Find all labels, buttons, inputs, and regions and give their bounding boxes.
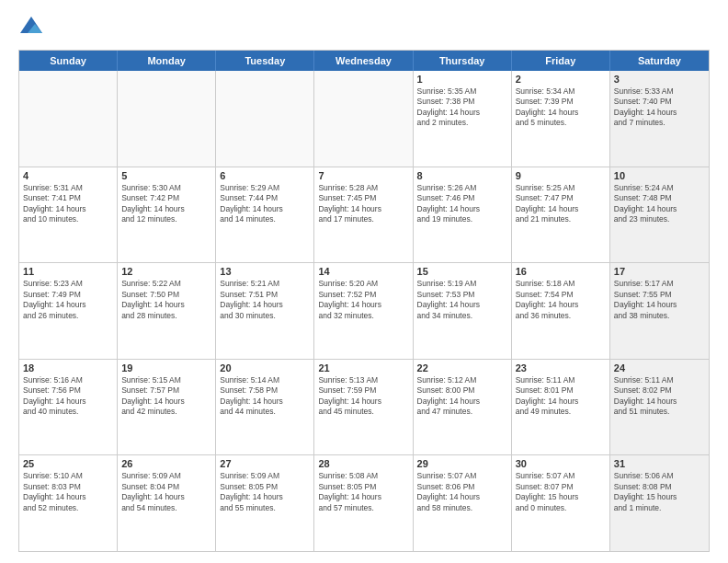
cal-row-1: 4Sunrise: 5:31 AM Sunset: 7:41 PM Daylig…: [19, 167, 709, 264]
day-number: 6: [220, 170, 310, 181]
day-info: Sunrise: 5:16 AM Sunset: 7:56 PM Dayligh…: [23, 375, 113, 418]
cal-row-4: 25Sunrise: 5:10 AM Sunset: 8:03 PM Dayli…: [19, 455, 709, 551]
day-info: Sunrise: 5:31 AM Sunset: 7:41 PM Dayligh…: [23, 183, 113, 225]
day-header-thursday: Thursday: [414, 51, 512, 71]
cal-cell: 15Sunrise: 5:19 AM Sunset: 7:53 PM Dayli…: [414, 263, 512, 359]
cal-cell: 18Sunrise: 5:16 AM Sunset: 7:56 PM Dayli…: [19, 360, 118, 455]
day-number: 29: [417, 458, 507, 469]
cal-cell: 31Sunrise: 5:06 AM Sunset: 8:08 PM Dayli…: [610, 455, 709, 551]
day-header-wednesday: Wednesday: [314, 51, 413, 71]
day-number: 31: [614, 458, 705, 469]
cal-cell: 14Sunrise: 5:20 AM Sunset: 7:52 PM Dayli…: [314, 263, 413, 359]
day-number: 28: [318, 458, 408, 469]
calendar: SundayMondayTuesdayWednesdayThursdayFrid…: [18, 50, 710, 552]
day-header-sunday: Sunday: [19, 51, 118, 71]
day-info: Sunrise: 5:19 AM Sunset: 7:53 PM Dayligh…: [417, 279, 507, 321]
cal-cell: 13Sunrise: 5:21 AM Sunset: 7:51 PM Dayli…: [216, 263, 314, 359]
cal-cell: 1Sunrise: 5:35 AM Sunset: 7:38 PM Daylig…: [414, 71, 512, 167]
cal-cell: 8Sunrise: 5:26 AM Sunset: 7:46 PM Daylig…: [414, 167, 512, 263]
cal-cell: [216, 71, 314, 167]
day-number: 15: [417, 266, 507, 277]
day-number: 23: [516, 362, 606, 373]
day-header-tuesday: Tuesday: [216, 51, 314, 71]
day-info: Sunrise: 5:07 AM Sunset: 8:07 PM Dayligh…: [516, 471, 606, 513]
day-number: 4: [23, 170, 113, 181]
cal-cell: 9Sunrise: 5:25 AM Sunset: 7:47 PM Daylig…: [512, 167, 610, 263]
cal-cell: 6Sunrise: 5:29 AM Sunset: 7:44 PM Daylig…: [216, 167, 314, 263]
day-info: Sunrise: 5:12 AM Sunset: 8:00 PM Dayligh…: [417, 375, 507, 418]
day-number: 13: [220, 266, 310, 277]
day-number: 14: [318, 266, 408, 277]
page: SundayMondayTuesdayWednesdayThursdayFrid…: [0, 0, 728, 563]
day-info: Sunrise: 5:29 AM Sunset: 7:44 PM Dayligh…: [220, 183, 310, 225]
day-info: Sunrise: 5:14 AM Sunset: 7:58 PM Dayligh…: [220, 375, 310, 418]
day-info: Sunrise: 5:17 AM Sunset: 7:55 PM Dayligh…: [614, 279, 705, 321]
cal-cell: 5Sunrise: 5:30 AM Sunset: 7:42 PM Daylig…: [118, 167, 216, 263]
cal-cell: 17Sunrise: 5:17 AM Sunset: 7:55 PM Dayli…: [610, 263, 709, 359]
logo-icon: [18, 15, 44, 40]
day-number: 10: [614, 170, 705, 181]
cal-cell: 3Sunrise: 5:33 AM Sunset: 7:40 PM Daylig…: [610, 71, 709, 167]
cal-cell: [19, 71, 118, 167]
day-header-monday: Monday: [118, 51, 216, 71]
cal-cell: 26Sunrise: 5:09 AM Sunset: 8:04 PM Dayli…: [118, 455, 216, 551]
day-number: 21: [318, 362, 408, 373]
day-number: 25: [23, 458, 113, 469]
day-header-saturday: Saturday: [610, 51, 709, 71]
day-info: Sunrise: 5:26 AM Sunset: 7:46 PM Dayligh…: [417, 183, 507, 225]
day-number: 30: [516, 458, 606, 469]
day-info: Sunrise: 5:08 AM Sunset: 8:05 PM Dayligh…: [318, 471, 408, 513]
cal-cell: 27Sunrise: 5:09 AM Sunset: 8:05 PM Dayli…: [216, 455, 314, 551]
cal-cell: 7Sunrise: 5:28 AM Sunset: 7:45 PM Daylig…: [314, 167, 413, 263]
day-number: 9: [516, 170, 606, 181]
day-number: 2: [516, 74, 606, 85]
cal-row-2: 11Sunrise: 5:23 AM Sunset: 7:49 PM Dayli…: [19, 263, 709, 360]
cal-cell: 4Sunrise: 5:31 AM Sunset: 7:41 PM Daylig…: [19, 167, 118, 263]
day-info: Sunrise: 5:15 AM Sunset: 7:57 PM Dayligh…: [121, 375, 211, 418]
cal-cell: 2Sunrise: 5:34 AM Sunset: 7:39 PM Daylig…: [512, 71, 610, 167]
day-number: 11: [23, 266, 113, 277]
day-info: Sunrise: 5:13 AM Sunset: 7:59 PM Dayligh…: [318, 375, 408, 418]
day-number: 17: [614, 266, 705, 277]
cal-cell: 28Sunrise: 5:08 AM Sunset: 8:05 PM Dayli…: [314, 455, 413, 551]
day-info: Sunrise: 5:22 AM Sunset: 7:50 PM Dayligh…: [121, 279, 211, 321]
day-info: Sunrise: 5:34 AM Sunset: 7:39 PM Dayligh…: [516, 86, 606, 129]
day-info: Sunrise: 5:35 AM Sunset: 7:38 PM Dayligh…: [417, 86, 507, 129]
cal-cell: 12Sunrise: 5:22 AM Sunset: 7:50 PM Dayli…: [118, 263, 216, 359]
day-info: Sunrise: 5:11 AM Sunset: 8:02 PM Dayligh…: [614, 375, 705, 418]
day-number: 26: [121, 458, 211, 469]
day-info: Sunrise: 5:07 AM Sunset: 8:06 PM Dayligh…: [417, 471, 507, 513]
cal-cell: 20Sunrise: 5:14 AM Sunset: 7:58 PM Dayli…: [216, 360, 314, 455]
day-info: Sunrise: 5:10 AM Sunset: 8:03 PM Dayligh…: [23, 471, 113, 513]
cal-cell: 25Sunrise: 5:10 AM Sunset: 8:03 PM Dayli…: [19, 455, 118, 551]
calendar-header: SundayMondayTuesdayWednesdayThursdayFrid…: [19, 51, 709, 71]
day-number: 19: [121, 362, 211, 373]
day-info: Sunrise: 5:28 AM Sunset: 7:45 PM Dayligh…: [318, 183, 408, 225]
logo: [18, 15, 48, 40]
day-number: 16: [516, 266, 606, 277]
day-info: Sunrise: 5:21 AM Sunset: 7:51 PM Dayligh…: [220, 279, 310, 321]
header: [18, 15, 710, 40]
cal-cell: 24Sunrise: 5:11 AM Sunset: 8:02 PM Dayli…: [610, 360, 709, 455]
day-info: Sunrise: 5:06 AM Sunset: 8:08 PM Dayligh…: [614, 471, 705, 513]
day-number: 27: [220, 458, 310, 469]
day-number: 3: [614, 74, 705, 85]
cal-cell: [118, 71, 216, 167]
day-info: Sunrise: 5:09 AM Sunset: 8:05 PM Dayligh…: [220, 471, 310, 513]
cal-cell: 23Sunrise: 5:11 AM Sunset: 8:01 PM Dayli…: [512, 360, 610, 455]
day-info: Sunrise: 5:11 AM Sunset: 8:01 PM Dayligh…: [516, 375, 606, 418]
cal-cell: 11Sunrise: 5:23 AM Sunset: 7:49 PM Dayli…: [19, 263, 118, 359]
day-header-friday: Friday: [512, 51, 610, 71]
cal-cell: 16Sunrise: 5:18 AM Sunset: 7:54 PM Dayli…: [512, 263, 610, 359]
day-info: Sunrise: 5:18 AM Sunset: 7:54 PM Dayligh…: [516, 279, 606, 321]
day-number: 1: [417, 74, 507, 85]
day-info: Sunrise: 5:20 AM Sunset: 7:52 PM Dayligh…: [318, 279, 408, 321]
calendar-body: 1Sunrise: 5:35 AM Sunset: 7:38 PM Daylig…: [19, 71, 709, 551]
day-info: Sunrise: 5:09 AM Sunset: 8:04 PM Dayligh…: [121, 471, 211, 513]
cal-cell: [314, 71, 413, 167]
day-info: Sunrise: 5:25 AM Sunset: 7:47 PM Dayligh…: [516, 183, 606, 225]
day-number: 7: [318, 170, 408, 181]
cal-cell: 22Sunrise: 5:12 AM Sunset: 8:00 PM Dayli…: [414, 360, 512, 455]
day-number: 5: [121, 170, 211, 181]
day-number: 22: [417, 362, 507, 373]
